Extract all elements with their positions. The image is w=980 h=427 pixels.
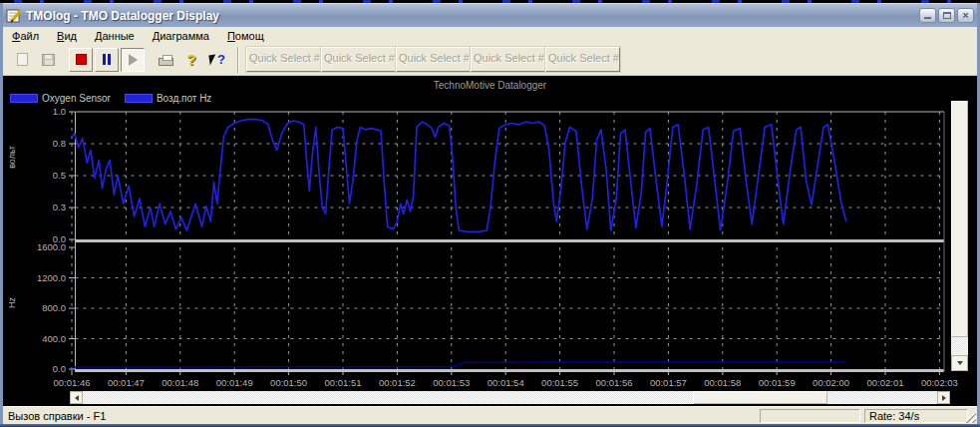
minimize-button[interactable]: [919, 8, 936, 23]
cursor-arrow-icon: [208, 54, 216, 65]
resize-grip[interactable]: [964, 411, 976, 423]
quick-select-button-5[interactable]: Quick Select #5: [545, 47, 620, 72]
hz-tick-label: 1600.0: [37, 241, 66, 252]
close-button[interactable]: ×: [957, 8, 974, 23]
minimize-icon: [924, 17, 931, 19]
quick-select-group: Quick Select #1Quick Select #2Quick Sele…: [246, 47, 620, 73]
quick-select-button-2[interactable]: Quick Select #2: [321, 47, 396, 72]
print-button[interactable]: [154, 48, 177, 72]
toolbar: ? ? Quick Select #1Quick Select #2Quick …: [3, 44, 977, 76]
menu-file[interactable]: Файл: [3, 29, 48, 43]
arrow-left-icon: [75, 395, 79, 401]
scroll-left-button[interactable]: [70, 391, 83, 404]
volt-tick-label: 1.0: [53, 106, 66, 117]
x-tick-label: 00:01:49: [216, 377, 253, 388]
menu-bar: Файл Вид Данные Диаграмма Помощ: [3, 27, 977, 44]
x-tick-label: 00:01:56: [596, 377, 633, 388]
new-file-button[interactable]: [10, 48, 34, 72]
close-icon: ×: [962, 10, 968, 21]
x-tick-label: 00:01:53: [433, 377, 470, 388]
x-tick-label: 00:02:01: [867, 377, 904, 388]
x-tick-label: 00:01:58: [704, 377, 741, 388]
x-tick-label: 00:01:47: [108, 377, 145, 388]
stop-icon: [76, 54, 87, 65]
title-bar[interactable]: TMOlog - TMO Datalogger Display ×: [0, 3, 980, 27]
maximize-icon: [943, 12, 951, 19]
app-window: TMOlog - TMO Datalogger Display × Файл В…: [0, 0, 980, 427]
status-help-text: Вызов справки - F1: [8, 410, 106, 422]
vertical-scrollbar[interactable]: [951, 101, 968, 371]
volt-tick-label: 0.8: [53, 138, 66, 149]
stop-record-button[interactable]: [69, 48, 93, 72]
context-help-button[interactable]: ?: [205, 48, 229, 72]
hz-tick-label: 1200.0: [37, 272, 66, 283]
vertical-scroll-thumb[interactable]: [951, 101, 968, 337]
x-tick-label: 00:02:03: [921, 377, 958, 388]
x-tick-label: 00:02:00: [813, 377, 849, 388]
play-icon: [129, 54, 138, 66]
chart-panel: TechnoMotive Datalogger Oxygen Sensor Во…: [3, 76, 977, 406]
toolbar-separator: [237, 47, 239, 73]
save-icon: [42, 54, 55, 66]
app-icon: [6, 8, 22, 24]
status-rate-text: Rate: 34/s: [864, 409, 968, 423]
arrow-down-icon: [957, 361, 963, 365]
x-tick-label: 00:01:50: [270, 377, 307, 388]
menu-view[interactable]: Вид: [48, 29, 86, 43]
x-tick-label: 00:01:55: [541, 377, 578, 388]
menu-diagram[interactable]: Диаграмма: [144, 29, 218, 43]
status-panel-empty: [760, 409, 860, 423]
volt-tick-label: 0.5: [53, 170, 66, 181]
new-file-icon: [17, 53, 28, 66]
scroll-down-button[interactable]: [951, 355, 968, 371]
x-tick-label: 00:01:54: [488, 377, 524, 388]
print-icon: [159, 58, 173, 66]
context-help-icon: ?: [217, 52, 225, 67]
menu-data[interactable]: Данные: [86, 29, 144, 43]
horizontal-scrollbar[interactable]: [70, 391, 950, 404]
chart-canvas: 00:01:4600:01:4700:01:4800:01:4900:01:50…: [3, 76, 977, 406]
menu-help[interactable]: Помощ: [218, 29, 273, 43]
arrow-right-icon: [942, 395, 946, 401]
series-airflow-hz: [72, 362, 846, 367]
pause-icon: [103, 54, 111, 65]
window-border-left: [0, 3, 3, 424]
hz-tick-label: 800.0: [42, 302, 66, 313]
quick-select-button-3[interactable]: Quick Select #3: [396, 47, 471, 72]
x-tick-label: 00:01:46: [54, 377, 91, 388]
x-tick-label: 00:01:57: [650, 377, 687, 388]
hz-tick-label: 400.0: [42, 333, 66, 344]
pause-button[interactable]: [95, 48, 119, 72]
horizontal-scroll-thumb[interactable]: [693, 391, 827, 404]
maximize-button[interactable]: [938, 8, 955, 23]
help-icon: ?: [186, 51, 195, 68]
x-tick-label: 00:01:52: [379, 377, 416, 388]
window-title: TMOlog - TMO Datalogger Display: [26, 9, 919, 23]
volt-tick-label: 0.3: [53, 202, 66, 213]
hz-tick-label: 0.0: [53, 363, 66, 374]
x-tick-label: 00:01:51: [325, 377, 362, 388]
status-bar: Вызов справки - F1 Rate: 34/s: [3, 406, 977, 424]
save-button[interactable]: [36, 48, 60, 72]
help-button[interactable]: ?: [179, 48, 203, 72]
x-tick-label: 00:01:59: [759, 377, 796, 388]
quick-select-button-4[interactable]: Quick Select #4: [471, 47, 545, 72]
x-tick-label: 00:01:48: [162, 377, 198, 388]
play-button[interactable]: [121, 48, 145, 72]
quick-select-button-1[interactable]: Quick Select #1: [246, 47, 321, 72]
scroll-right-button[interactable]: [937, 391, 950, 404]
